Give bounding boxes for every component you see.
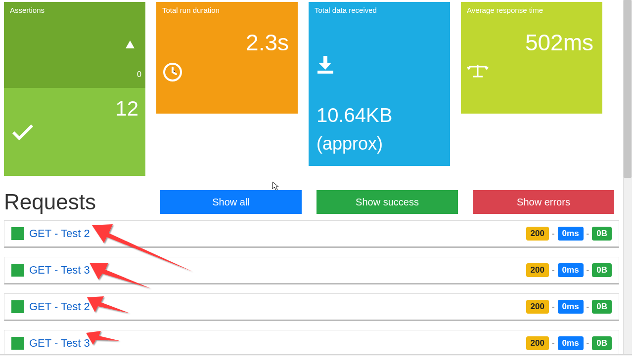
duration-title: Total run duration (156, 2, 298, 14)
status-bar: 100% ▾ (0, 354, 632, 356)
vertical-scrollbar[interactable] (623, 0, 632, 356)
show-all-button[interactable]: Show all (160, 190, 302, 214)
show-success-button[interactable]: Show success (316, 190, 458, 214)
avg-title: Average response time (461, 2, 602, 14)
scale-icon (466, 63, 602, 81)
time-badge: 0ms (558, 300, 584, 314)
avg-card: Average response time 502ms (461, 2, 602, 114)
clock-icon (162, 62, 298, 84)
status-square-icon (11, 337, 24, 350)
status-square-icon (11, 264, 24, 277)
show-errors-button[interactable]: Show errors (473, 190, 614, 214)
request-name[interactable]: GET - Test 2 (29, 227, 90, 240)
request-name[interactable]: GET - Test 3 (29, 337, 90, 350)
data-title: Total data received (309, 2, 450, 14)
assertions-title: Assertions (4, 2, 145, 14)
size-badge: 0B (592, 263, 612, 277)
request-item[interactable]: GET - Test 3 200 - 0ms - 0B (4, 257, 619, 284)
duration-value: 2.3s (156, 14, 298, 56)
check-icon (12, 123, 34, 142)
request-list: GET - Test 2 200 - 0ms - 0B GET - Test 3… (4, 220, 619, 356)
size-badge: 0B (592, 336, 612, 350)
download-icon (315, 55, 450, 77)
status-badge: 200 (526, 263, 549, 277)
status-badge: 200 (526, 336, 549, 350)
time-badge: 0ms (558, 227, 584, 241)
size-badge: 0B (592, 300, 612, 314)
time-badge: 0ms (558, 263, 584, 277)
assertions-fail-count: 0 (137, 70, 141, 79)
data-approx: (approx) (309, 126, 450, 154)
status-square-icon (11, 227, 24, 240)
status-badge: 200 (526, 227, 549, 241)
warning-icon (126, 40, 135, 50)
request-item[interactable]: GET - Test 3 200 - 0ms - 0B (4, 330, 619, 356)
request-item[interactable]: GET - Test 2 200 - 0ms - 0B (4, 220, 619, 248)
status-square-icon (11, 300, 24, 313)
svg-rect-1 (317, 71, 333, 74)
size-badge: 0B (592, 227, 612, 241)
requests-heading: Requests (4, 190, 160, 214)
duration-card: Total run duration 2.3s (156, 2, 298, 114)
request-name[interactable]: GET - Test 2 (29, 300, 90, 313)
data-value: 10.64KB (309, 77, 450, 126)
request-item[interactable]: GET - Test 2 200 - 0ms - 0B (4, 293, 619, 321)
data-card: Total data received 10.64KB (approx) (309, 2, 450, 166)
assertions-card: Assertions 0 12 (4, 2, 145, 176)
status-badge: 200 (526, 300, 549, 314)
avg-value: 502ms (461, 14, 602, 56)
request-name[interactable]: GET - Test 3 (29, 264, 90, 277)
time-badge: 0ms (558, 336, 584, 350)
assertions-pass-count: 12 (115, 97, 138, 121)
